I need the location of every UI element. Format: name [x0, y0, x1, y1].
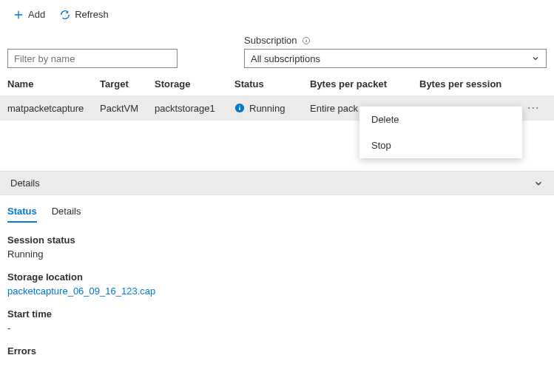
context-menu-delete[interactable]: Delete	[359, 107, 522, 132]
details-bar-label: Details	[10, 178, 40, 189]
cell-name: matpacketcapture	[7, 103, 100, 114]
chevron-down-icon	[531, 54, 540, 63]
toolbar: Add Refresh	[0, 0, 554, 29]
context-menu: Delete Stop	[359, 107, 522, 158]
col-header-status: Status	[234, 78, 310, 89]
col-header-action	[524, 78, 547, 89]
context-menu-stop[interactable]: Stop	[359, 132, 522, 158]
filter-input[interactable]	[7, 49, 178, 68]
cell-status: Running	[234, 103, 310, 114]
col-header-storage: Storage	[155, 78, 234, 89]
col-header-bytes-packet: Bytes per packet	[310, 78, 419, 89]
field-start-time: Start time -	[7, 308, 547, 334]
col-header-name: Name	[7, 78, 100, 89]
start-time-value: -	[7, 322, 547, 334]
cell-storage: packtstorage1	[155, 103, 234, 114]
plus-icon	[13, 10, 24, 20]
tab-status[interactable]: Status	[7, 206, 37, 223]
subscription-block: Subscription All subscriptions	[244, 35, 547, 68]
row-actions-button[interactable]: ···	[524, 101, 542, 115]
field-session-status: Session status Running	[7, 234, 547, 260]
field-storage-location: Storage location packetcapture_06_09_16_…	[7, 271, 547, 297]
cell-target: PacktVM	[100, 103, 155, 114]
add-button[interactable]: Add	[7, 6, 51, 23]
tab-details[interactable]: Details	[52, 206, 81, 223]
subscription-label-text: Subscription	[244, 35, 297, 46]
subscription-label: Subscription	[244, 35, 547, 46]
storage-location-value[interactable]: packetcapture_06_09_16_123.cap	[7, 285, 547, 297]
refresh-label: Refresh	[75, 9, 109, 20]
filter-row: Subscription All subscriptions	[0, 29, 554, 71]
col-header-target: Target	[100, 78, 155, 89]
status-text: Running	[249, 103, 285, 114]
chevron-down-icon	[533, 178, 544, 189]
refresh-icon	[60, 10, 70, 20]
subscription-selected: All subscriptions	[251, 53, 320, 64]
session-status-label: Session status	[7, 234, 547, 246]
storage-location-label: Storage location	[7, 271, 547, 283]
info-icon	[302, 36, 311, 45]
session-status-value: Running	[7, 249, 547, 260]
tabs: Status Details	[0, 195, 554, 223]
field-errors: Errors	[7, 345, 547, 356]
start-time-label: Start time	[7, 308, 547, 320]
errors-label: Errors	[7, 345, 547, 356]
subscription-select[interactable]: All subscriptions	[244, 49, 547, 68]
col-header-bytes-session: Bytes per session	[419, 78, 524, 89]
add-label: Add	[28, 9, 45, 20]
table-header: Name Target Storage Status Bytes per pac…	[0, 71, 554, 95]
status-info-icon	[234, 103, 245, 113]
details-bar[interactable]: Details	[0, 171, 554, 195]
detail-content: Session status Running Storage location …	[0, 223, 554, 380]
refresh-button[interactable]: Refresh	[54, 6, 115, 23]
cell-action: ···	[524, 101, 547, 115]
